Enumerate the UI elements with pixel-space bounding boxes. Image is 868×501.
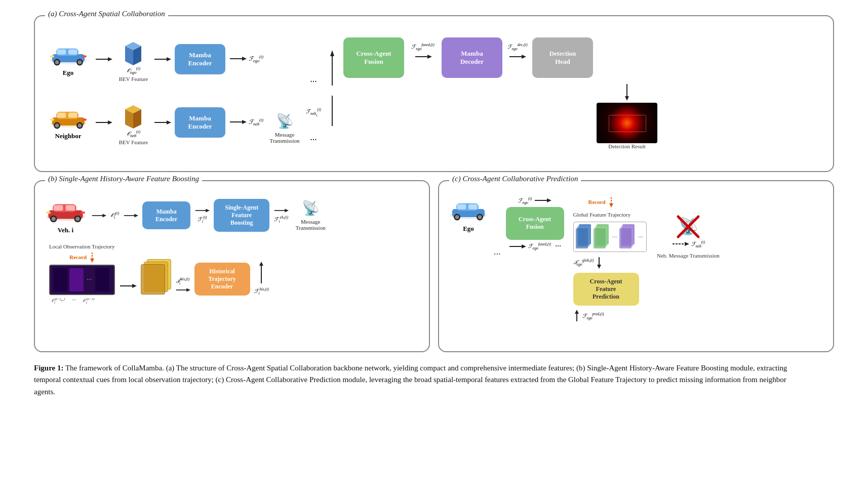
svg-marker-67 [285,209,289,213]
neighbor-label: Neighbor [55,132,82,140]
svg-rect-52 [54,205,63,211]
obs-start-label: 𝒪i(t−lhis) [51,297,65,305]
pc-feat-3 [619,224,636,249]
local-obs-section: Local Observation Trajectory Record [49,243,115,305]
t-his-label: 𝒯ihis,(t) [176,277,189,285]
neighbor-vehicle: Neighbor [48,105,89,140]
arrow-head-result [623,83,630,101]
film-frame-2 [69,268,84,291]
record-label-b: Record [69,254,87,260]
arrow-fusion-decoder [409,53,437,60]
pc-neb-col: 📡 [657,217,720,259]
svg-marker-98 [685,242,689,246]
film-dots: ··· [86,276,93,284]
svg-marker-90 [609,203,613,207]
svg-marker-48 [625,96,629,101]
bev-col: 𝒪ego(t) BEV Feature 𝒪neb(t) [114,27,152,154]
svg-rect-14 [57,112,66,117]
pc-fusion-col: ℱego(t) Cross-Agent Fusion [506,196,564,251]
diagram-area: (a) Cross-Agent Spatial Collaboration [34,15,834,352]
pc-f-neb-arrow: ℱneb(t) [672,240,705,248]
neighbor-car-icon [48,105,89,130]
panel-b: (b) Single-Agent History-Aware Feature B… [34,180,430,352]
obs-end-label: 𝒪i(t−1) [83,297,94,305]
neb-bev-cube [121,99,145,129]
f-his-arrow-col: ℱihis,(t) [254,261,269,296]
svg-marker-75 [259,262,263,266]
pc-glob-col: Record Global Feature Trajectory [573,196,647,322]
svg-marker-35 [167,120,171,124]
svg-marker-37 [242,57,247,61]
svg-marker-69 [90,259,94,263]
f-ego-t-label: ℱego(t) [249,55,263,63]
pc-film-strip: ··· ··· [573,222,647,252]
svg-point-8 [77,60,82,64]
svg-rect-3 [57,49,66,54]
svg-rect-15 [68,112,77,117]
ego-vehicle: Ego [48,41,89,77]
arrows-2-col [153,27,171,154]
arrow-to-fusion [322,45,342,136]
arrow-tglob-down [596,256,603,269]
film-frame-3 [95,268,109,291]
svg-marker-41 [330,50,334,56]
svg-point-82 [455,215,459,219]
pc-ego-label: Ego [463,225,474,233]
svg-marker-94 [575,310,579,314]
svg-marker-23 [108,57,112,61]
pc-film-dots-2: ··· [637,233,644,241]
pc-feat-2 [594,224,610,249]
film-strip-b: ··· [49,265,115,295]
msg-label-b: Message Transmission [296,219,326,231]
veh-i-col: Veh. i [44,196,87,234]
svg-marker-65 [206,209,210,213]
layer-bot [141,264,165,295]
arrow-bev-enc-neb [153,119,171,126]
arrow-fb-fi-eh [273,207,289,214]
svg-marker-39 [242,120,247,124]
arrow-bev-enc-ego [153,56,171,63]
svg-point-19 [77,123,82,128]
f-i-eh-label: ℱieh,(t) [274,215,288,224]
svg-rect-79 [457,204,466,209]
caption-text: The framework of CollaMamba. (a) The str… [34,364,787,396]
f-his-label: ℱihis,(t) [254,287,269,296]
f-i-t-label: ℱi(t) [198,215,207,224]
cross-agent-fusion-box: Cross-Agent Fusion [343,37,404,78]
encoders-col: Mamba Encoder Mamba Encoder [172,27,228,154]
svg-marker-33 [167,57,171,61]
neb-bev-feature: 𝒪neb(t) BEV Feature [119,99,148,145]
pc-record-label: Record [588,199,606,205]
pc-f-neb-label: ℱneb(t) [691,240,705,248]
veh-i-icon [44,196,87,224]
mamba-encoder-ego: Mamba Encoder [175,44,225,74]
arrow-oit-enc [123,212,138,219]
neb-bev-label: BEV Feature [119,139,148,145]
ego-car-icon [48,41,89,67]
ego-label: Ego [63,69,74,77]
obs-time-labels: 𝒪i(t−lhis) ··· 𝒪i(t−1) [51,297,115,305]
main-container: (a) Cross-Agent Spatial Collaboration [34,15,834,398]
cross-agent-fp-box: Cross-Agent Feature Prediction [573,273,639,306]
panel-a-flow: Ego [44,27,824,154]
neb-obs-label: 𝒪neb(t) [127,130,140,138]
svg-marker-46 [522,55,526,59]
msg-transmission-col: 📡 Message Transmission [264,27,305,154]
svg-marker-86 [547,198,551,202]
pc-record-section: Record [588,196,615,207]
fusion-col: Cross-Agent Fusion [343,27,404,154]
local-obs-label: Local Observation Trajectory [49,243,115,249]
svg-point-57 [75,217,80,221]
detection-head-box: Detection Head [532,37,593,78]
pc-ego-car [448,196,489,222]
msg-transmission-b: 📡 Message Transmission [293,200,328,231]
f-dec-label: ℱegodec,(t) [507,43,528,51]
arrow-histenc-up [258,261,265,286]
svg-rect-10 [83,55,87,57]
msg-label: Message Transmission [270,132,300,144]
pb-bottom-row: Local Observation Trajectory Record [49,243,420,305]
f-neb-k-label: ℱnebk(t) [306,105,321,116]
figure-caption: Figure 1: The framework of CollaMamba. (… [34,362,794,398]
pc-dots-out: ··· [555,242,561,251]
wifi-icon-b: 📡 [302,200,320,217]
